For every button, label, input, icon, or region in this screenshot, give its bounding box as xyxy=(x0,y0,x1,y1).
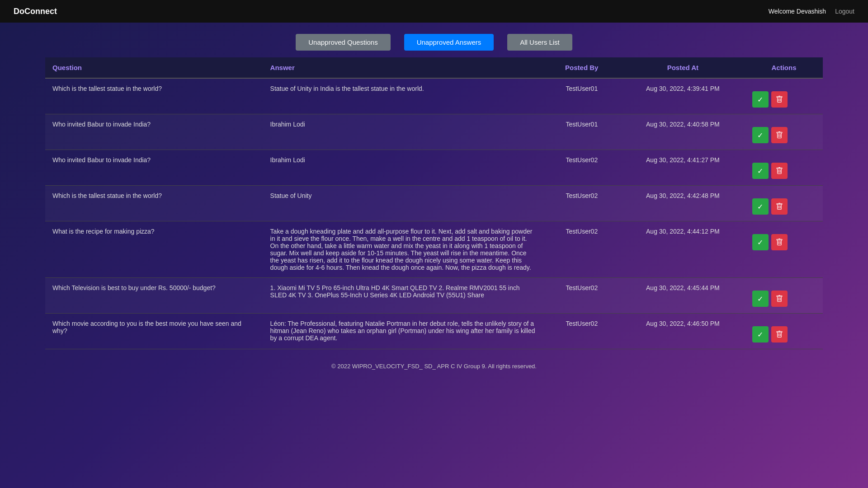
cell-posted-at: Aug 30, 2022, 4:45:44 PM xyxy=(621,278,745,314)
cell-posted-by: TestUser02 xyxy=(543,314,621,349)
table-row: Who invited Babur to invade India? Ibrah… xyxy=(45,150,823,186)
cell-answer: Statue of Unity in India is the tallest … xyxy=(263,78,543,114)
button-bar: Unapproved Questions Unapproved Answers … xyxy=(0,23,868,57)
cell-actions: ✓ xyxy=(745,314,823,349)
approve-button[interactable]: ✓ xyxy=(752,291,769,307)
cell-posted-at: Aug 30, 2022, 4:41:27 PM xyxy=(621,150,745,186)
header-actions: Actions xyxy=(745,57,823,78)
approve-button[interactable]: ✓ xyxy=(752,198,769,215)
cell-question: Which is the tallest statue in the world… xyxy=(45,78,263,114)
table-row: Which Television is best to buy under Rs… xyxy=(45,278,823,314)
navbar: DoConnect Welcome Devashish Logout xyxy=(0,0,868,23)
trash-icon xyxy=(776,167,783,174)
trash-icon xyxy=(776,131,783,139)
cell-actions: ✓ xyxy=(745,221,823,278)
approve-button[interactable]: ✓ xyxy=(752,234,769,250)
table-row: Which is the tallest statue in the world… xyxy=(45,78,823,114)
table-row: What is the recipe for making pizza? Tak… xyxy=(45,221,823,278)
cell-posted-at: Aug 30, 2022, 4:39:41 PM xyxy=(621,78,745,114)
cell-answer: Statue of Unity xyxy=(263,186,543,221)
cell-question: Which Television is best to buy under Rs… xyxy=(45,278,263,314)
trash-icon xyxy=(776,203,783,210)
cell-posted-at: Aug 30, 2022, 4:42:48 PM xyxy=(621,186,745,221)
cell-answer: Take a dough kneading plate and add all-… xyxy=(263,221,543,278)
cell-posted-by: TestUser01 xyxy=(543,78,621,114)
cell-posted-by: TestUser02 xyxy=(543,150,621,186)
cell-answer: Léon: The Professional, featuring Natali… xyxy=(263,314,543,349)
approve-button[interactable]: ✓ xyxy=(752,163,769,179)
table-row: Which is the tallest statue in the world… xyxy=(45,186,823,221)
table-row: Who invited Babur to invade India? Ibrah… xyxy=(45,114,823,150)
navbar-right: Welcome Devashish Logout xyxy=(769,8,854,15)
table-row: Which movie according to you is the best… xyxy=(45,314,823,349)
cell-actions: ✓ xyxy=(745,278,823,314)
table-header-row: Question Answer Posted By Posted At Acti… xyxy=(45,57,823,78)
cell-answer: Ibrahim Lodi xyxy=(263,114,543,150)
approve-button[interactable]: ✓ xyxy=(752,91,769,108)
trash-icon xyxy=(776,239,783,246)
trash-icon xyxy=(776,331,783,338)
footer-text: © 2022 WIPRO_VELOCITY_FSD_ SD_ APR C IV … xyxy=(331,363,537,370)
delete-button[interactable] xyxy=(771,326,788,343)
cell-actions: ✓ xyxy=(745,114,823,150)
cell-posted-by: TestUser02 xyxy=(543,186,621,221)
cell-actions: ✓ xyxy=(745,78,823,114)
cell-actions: ✓ xyxy=(745,150,823,186)
cell-actions: ✓ xyxy=(745,186,823,221)
cell-answer: 1. Xiaomi Mi TV 5 Pro 65-inch Ultra HD 4… xyxy=(263,278,543,314)
welcome-text: Welcome Devashish xyxy=(769,8,826,15)
unapproved-answers-button[interactable]: Unapproved Answers xyxy=(404,34,494,51)
cell-posted-at: Aug 30, 2022, 4:46:50 PM xyxy=(621,314,745,349)
header-posted-at: Posted At xyxy=(621,57,745,78)
header-answer: Answer xyxy=(263,57,543,78)
cell-question: Which movie according to you is the best… xyxy=(45,314,263,349)
all-users-button[interactable]: All Users List xyxy=(507,34,572,51)
cell-posted-at: Aug 30, 2022, 4:44:12 PM xyxy=(621,221,745,278)
delete-button[interactable] xyxy=(771,163,788,179)
header-posted-by: Posted By xyxy=(543,57,621,78)
trash-icon xyxy=(776,96,783,103)
cell-posted-by: TestUser01 xyxy=(543,114,621,150)
cell-answer: Ibrahim Lodi xyxy=(263,150,543,186)
unapproved-questions-button[interactable]: Unapproved Questions xyxy=(296,34,390,51)
delete-button[interactable] xyxy=(771,234,788,250)
table-container: Question Answer Posted By Posted At Acti… xyxy=(45,57,823,349)
cell-question: Who invited Babur to invade India? xyxy=(45,114,263,150)
cell-question: What is the recipe for making pizza? xyxy=(45,221,263,278)
trash-icon xyxy=(776,295,783,302)
delete-button[interactable] xyxy=(771,127,788,143)
navbar-brand: DoConnect xyxy=(14,7,57,16)
approve-button[interactable]: ✓ xyxy=(752,127,769,143)
delete-button[interactable] xyxy=(771,91,788,108)
approve-button[interactable]: ✓ xyxy=(752,326,769,343)
cell-posted-by: TestUser02 xyxy=(543,221,621,278)
cell-question: Who invited Babur to invade India? xyxy=(45,150,263,186)
header-question: Question xyxy=(45,57,263,78)
delete-button[interactable] xyxy=(771,291,788,307)
delete-button[interactable] xyxy=(771,198,788,215)
cell-posted-at: Aug 30, 2022, 4:40:58 PM xyxy=(621,114,745,150)
footer: © 2022 WIPRO_VELOCITY_FSD_ SD_ APR C IV … xyxy=(0,354,868,379)
cell-question: Which is the tallest statue in the world… xyxy=(45,186,263,221)
answers-table: Question Answer Posted By Posted At Acti… xyxy=(45,57,823,349)
cell-posted-by: TestUser02 xyxy=(543,278,621,314)
logout-button[interactable]: Logout xyxy=(835,8,854,15)
